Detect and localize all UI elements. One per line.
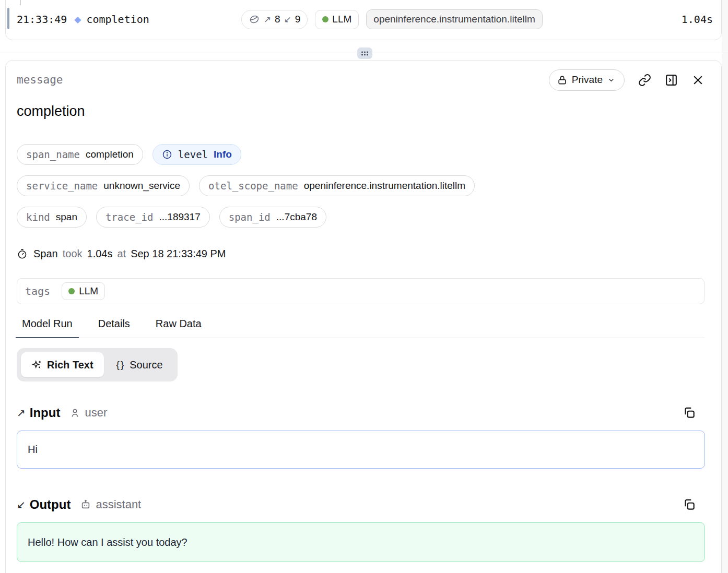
span-title: completion [17, 103, 704, 120]
page: 21:33:49 ◆ completion ↗ 8 ↙ 9 [0, 0, 728, 573]
llm-tag-badge: LLM [315, 10, 359, 29]
view-mode-toggle: Rich Text {} Source [17, 348, 178, 381]
detail-tabs: Model Run Details Raw Data [16, 318, 704, 338]
link-icon [638, 74, 651, 87]
green-dot-icon [322, 16, 328, 22]
input-content-box[interactable]: Hi [17, 431, 705, 469]
output-section-header: ↙ Output assistant [17, 497, 704, 512]
badge-value: ...7cba78 [276, 211, 317, 223]
splitter-drag-handle[interactable] [357, 47, 372, 59]
copy-input-button[interactable] [683, 406, 696, 420]
tab-raw-data[interactable]: Raw Data [149, 318, 208, 338]
input-role: user [69, 406, 107, 420]
panel-right-open-icon [665, 74, 678, 87]
latency-bar [550, 15, 654, 23]
braces-icon: {} [116, 359, 125, 371]
trace-row[interactable]: 21:33:49 ◆ completion ↗ 8 ↙ 9 [17, 9, 713, 30]
output-token-count: 9 [295, 14, 301, 25]
timing-word: at [117, 248, 126, 260]
badge-value: ...189317 [159, 211, 200, 223]
copy-output-button[interactable] [683, 498, 696, 511]
badge-row: service_name unknown_service otel_scope_… [17, 175, 704, 196]
timer-icon [17, 248, 29, 259]
span-duration: 1.04s [87, 248, 113, 260]
otel-scope-name-badge: otel_scope_name openinference.instrument… [199, 175, 475, 196]
tags-box[interactable]: tags LLM [17, 278, 704, 304]
trace-id-badge[interactable]: trace_id ...189317 [96, 207, 210, 228]
level-info-badge: level Info [152, 144, 241, 165]
grip-dots-icon [361, 51, 369, 56]
lock-icon [557, 75, 567, 85]
tab-details[interactable]: Details [92, 318, 136, 338]
badge-key: span_name [26, 149, 80, 160]
output-role: assistant [80, 498, 141, 511]
source-label: Source [130, 359, 162, 371]
output-role-label: assistant [96, 498, 141, 511]
badge-key: level [178, 149, 208, 160]
rich-text-label: Rich Text [47, 359, 93, 371]
badge-key: trace_id [105, 211, 154, 223]
trace-row-name: completion [86, 13, 149, 26]
rich-text-toggle-button[interactable]: Rich Text [21, 352, 104, 377]
observation-type-label: message [17, 74, 63, 86]
arrow-down-left-icon: ↙ [284, 14, 291, 25]
tag-chip-llm[interactable]: LLM [62, 282, 105, 300]
close-icon [691, 74, 704, 87]
span-id-badge[interactable]: span_id ...7cba78 [219, 207, 326, 228]
trace-row-card: 21:33:49 ◆ completion ↗ 8 ↙ 9 [5, 0, 722, 40]
right-gutter [722, 0, 728, 573]
scope-badge-label: openinference.instrumentation.litellm [373, 14, 535, 25]
span-name-badge: span_name completion [17, 144, 143, 165]
timing-word: Span [33, 248, 58, 260]
open-in-side-panel-button[interactable] [665, 74, 678, 87]
output-content: Hello! How can I assist you today? [28, 536, 187, 548]
sparkles-icon [31, 360, 42, 371]
green-dot-icon [68, 288, 75, 294]
input-token-count: 8 [275, 14, 280, 25]
badge-value: span [56, 211, 77, 223]
badge-key: otel_scope_name [208, 180, 298, 192]
input-label: Input [30, 405, 61, 420]
tree-connector-line [20, 0, 21, 5]
bot-icon [80, 499, 91, 510]
info-icon [162, 149, 172, 160]
tags-label: tags [25, 285, 50, 297]
arrow-down-left-icon: ↙ [17, 498, 26, 511]
copy-link-button[interactable] [638, 74, 651, 87]
badge-row: span_name completion level Info [17, 144, 704, 165]
badge-key: service_name [26, 180, 98, 192]
input-role-label: user [85, 406, 107, 420]
timing-word: took [63, 248, 83, 260]
scope-badge: openinference.instrumentation.litellm [366, 9, 542, 29]
user-icon [69, 408, 80, 419]
service-name-badge: service_name unknown_service [17, 175, 190, 196]
panel-header: message Private [17, 69, 704, 90]
badge-value: completion [86, 149, 134, 160]
arrow-up-right-icon: ↗ [264, 14, 271, 25]
span-timestamp: Sep 18 21:33:49 PM [131, 248, 226, 260]
badge-key: span_id [229, 211, 271, 223]
span-detail-panel: message Private [5, 60, 722, 573]
visibility-dropdown[interactable]: Private [549, 69, 625, 91]
badge-row: kind span trace_id ...189317 span_id ...… [17, 207, 704, 228]
output-label: Output [30, 497, 71, 512]
kind-badge: kind span [17, 207, 87, 228]
span-timing-line: Span took 1.04s at Sep 18 21:33:49 PM [17, 248, 704, 260]
llm-tag-label: LLM [332, 14, 351, 25]
coin-icon [249, 14, 260, 25]
badge-value: Info [214, 149, 232, 160]
trace-row-time: 21:33:49 [17, 13, 67, 26]
tag-chip-label: LLM [79, 285, 98, 297]
input-content: Hi [28, 444, 38, 455]
badge-value: unknown_service [103, 180, 180, 192]
span-diamond-icon: ◆ [74, 14, 81, 25]
badge-value: openinference.instrumentation.litellm [304, 180, 465, 192]
tab-model-run[interactable]: Model Run [16, 318, 79, 338]
close-panel-button[interactable] [691, 74, 704, 87]
copy-icon [683, 498, 696, 511]
source-toggle-button[interactable]: {} Source [106, 352, 173, 377]
output-content-box[interactable]: Hello! How can I assist you today? [17, 522, 705, 562]
selected-row-indicator [7, 8, 9, 29]
visibility-label: Private [572, 74, 603, 86]
trace-row-duration: 1.04s [682, 13, 713, 26]
